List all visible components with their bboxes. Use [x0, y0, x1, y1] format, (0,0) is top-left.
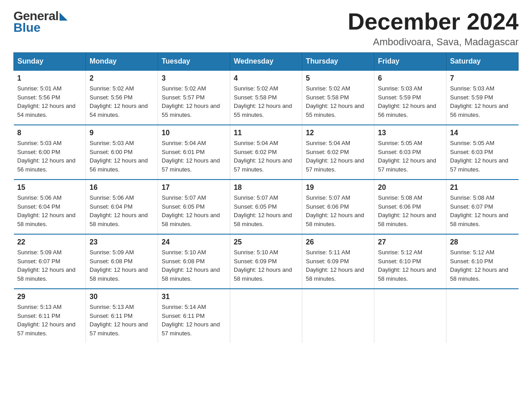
day-info: Sunrise: 5:10 AMSunset: 6:09 PMDaylight:… — [234, 248, 298, 283]
calendar-day-cell: 26Sunrise: 5:11 AMSunset: 6:09 PMDayligh… — [302, 234, 374, 289]
calendar-day-cell: 30Sunrise: 5:13 AMSunset: 6:11 PMDayligh… — [86, 289, 158, 343]
day-number: 31 — [162, 293, 226, 301]
calendar-day-cell: 17Sunrise: 5:07 AMSunset: 6:05 PMDayligh… — [158, 180, 230, 234]
day-number: 14 — [450, 129, 515, 137]
day-number: 21 — [450, 184, 515, 192]
logo-blue-text: Blue — [13, 21, 41, 35]
weekday-saturday: Saturday — [446, 53, 519, 71]
calendar-title: December 2024 — [348, 9, 519, 34]
day-number: 1 — [17, 74, 82, 82]
calendar-day-cell: 31Sunrise: 5:14 AMSunset: 6:11 PMDayligh… — [158, 289, 230, 343]
weekday-monday: Monday — [86, 53, 158, 71]
day-number: 23 — [90, 238, 154, 246]
day-number: 22 — [17, 238, 82, 246]
day-info: Sunrise: 5:05 AMSunset: 6:03 PMDaylight:… — [450, 139, 515, 174]
calendar-body: 1Sunrise: 5:01 AMSunset: 5:56 PMDaylight… — [14, 70, 519, 343]
day-number: 9 — [90, 129, 154, 137]
day-number: 16 — [90, 184, 154, 192]
calendar-day-cell — [374, 289, 446, 343]
day-info: Sunrise: 5:08 AMSunset: 6:06 PMDaylight:… — [378, 193, 442, 228]
calendar-day-cell: 5Sunrise: 5:02 AMSunset: 5:58 PMDaylight… — [302, 70, 374, 125]
calendar-day-cell: 2Sunrise: 5:02 AMSunset: 5:56 PMDaylight… — [86, 70, 158, 125]
calendar-day-cell: 14Sunrise: 5:05 AMSunset: 6:03 PMDayligh… — [446, 125, 519, 180]
day-number: 8 — [17, 129, 82, 137]
day-info: Sunrise: 5:03 AMSunset: 5:59 PMDaylight:… — [450, 84, 515, 119]
weekday-sunday: Sunday — [14, 53, 86, 71]
calendar-week-row: 1Sunrise: 5:01 AMSunset: 5:56 PMDaylight… — [14, 70, 519, 125]
calendar-day-cell: 4Sunrise: 5:02 AMSunset: 5:58 PMDaylight… — [230, 70, 302, 125]
calendar-day-cell: 3Sunrise: 5:02 AMSunset: 5:57 PMDaylight… — [158, 70, 230, 125]
day-info: Sunrise: 5:01 AMSunset: 5:56 PMDaylight:… — [17, 84, 82, 119]
calendar-day-cell — [230, 289, 302, 343]
calendar-day-cell: 27Sunrise: 5:12 AMSunset: 6:10 PMDayligh… — [374, 234, 446, 289]
day-info: Sunrise: 5:07 AMSunset: 6:05 PMDaylight:… — [234, 193, 298, 228]
day-number: 5 — [306, 74, 370, 82]
calendar-title-block: December 2024 Ambodivoara, Sava, Madagas… — [348, 9, 519, 48]
calendar-day-cell: 25Sunrise: 5:10 AMSunset: 6:09 PMDayligh… — [230, 234, 302, 289]
svg-marker-0 — [60, 13, 68, 21]
day-info: Sunrise: 5:13 AMSunset: 6:11 PMDaylight:… — [90, 303, 154, 338]
day-number: 13 — [378, 129, 442, 137]
day-number: 3 — [162, 74, 226, 82]
day-info: Sunrise: 5:09 AMSunset: 6:08 PMDaylight:… — [90, 248, 154, 283]
day-info: Sunrise: 5:12 AMSunset: 6:10 PMDaylight:… — [450, 248, 515, 283]
day-info: Sunrise: 5:06 AMSunset: 6:04 PMDaylight:… — [17, 193, 82, 228]
calendar-subtitle: Ambodivoara, Sava, Madagascar — [348, 36, 519, 48]
calendar-week-row: 29Sunrise: 5:13 AMSunset: 6:11 PMDayligh… — [14, 289, 519, 343]
calendar-day-cell: 13Sunrise: 5:05 AMSunset: 6:03 PMDayligh… — [374, 125, 446, 180]
day-number: 10 — [162, 129, 226, 137]
weekday-thursday: Thursday — [302, 53, 374, 71]
day-info: Sunrise: 5:12 AMSunset: 6:10 PMDaylight:… — [378, 248, 442, 283]
day-info: Sunrise: 5:08 AMSunset: 6:07 PMDaylight:… — [450, 193, 515, 228]
day-number: 11 — [234, 129, 298, 137]
day-number: 2 — [90, 74, 154, 82]
weekday-friday: Friday — [374, 53, 446, 71]
day-info: Sunrise: 5:13 AMSunset: 6:11 PMDaylight:… — [17, 303, 82, 338]
day-info: Sunrise: 5:02 AMSunset: 5:57 PMDaylight:… — [162, 84, 226, 119]
calendar-day-cell: 1Sunrise: 5:01 AMSunset: 5:56 PMDaylight… — [14, 70, 86, 125]
day-info: Sunrise: 5:03 AMSunset: 6:00 PMDaylight:… — [17, 139, 82, 174]
day-number: 18 — [234, 184, 298, 192]
day-number: 29 — [17, 293, 82, 301]
day-number: 7 — [450, 74, 515, 82]
calendar-day-cell: 29Sunrise: 5:13 AMSunset: 6:11 PMDayligh… — [14, 289, 86, 343]
calendar-table: Sunday Monday Tuesday Wednesday Thursday… — [13, 52, 519, 343]
day-info: Sunrise: 5:09 AMSunset: 6:07 PMDaylight:… — [17, 248, 82, 283]
calendar-day-cell: 18Sunrise: 5:07 AMSunset: 6:05 PMDayligh… — [230, 180, 302, 234]
day-info: Sunrise: 5:06 AMSunset: 6:04 PMDaylight:… — [90, 193, 154, 228]
calendar-day-cell: 23Sunrise: 5:09 AMSunset: 6:08 PMDayligh… — [86, 234, 158, 289]
logo-arrow-icon — [60, 13, 68, 21]
calendar-day-cell: 8Sunrise: 5:03 AMSunset: 6:00 PMDaylight… — [14, 125, 86, 180]
calendar-week-row: 8Sunrise: 5:03 AMSunset: 6:00 PMDaylight… — [14, 125, 519, 180]
calendar-day-cell: 9Sunrise: 5:03 AMSunset: 6:00 PMDaylight… — [86, 125, 158, 180]
calendar-day-cell: 6Sunrise: 5:03 AMSunset: 5:59 PMDaylight… — [374, 70, 446, 125]
day-number: 27 — [378, 238, 442, 246]
day-number: 17 — [162, 184, 226, 192]
weekday-wednesday: Wednesday — [230, 53, 302, 71]
weekday-tuesday: Tuesday — [158, 53, 230, 71]
calendar-day-cell: 12Sunrise: 5:04 AMSunset: 6:02 PMDayligh… — [302, 125, 374, 180]
day-number: 19 — [306, 184, 370, 192]
calendar-day-cell: 22Sunrise: 5:09 AMSunset: 6:07 PMDayligh… — [14, 234, 86, 289]
day-info: Sunrise: 5:10 AMSunset: 6:08 PMDaylight:… — [162, 248, 226, 283]
calendar-week-row: 15Sunrise: 5:06 AMSunset: 6:04 PMDayligh… — [14, 180, 519, 234]
day-info: Sunrise: 5:04 AMSunset: 6:01 PMDaylight:… — [162, 139, 226, 174]
day-info: Sunrise: 5:14 AMSunset: 6:11 PMDaylight:… — [162, 303, 226, 338]
day-number: 15 — [17, 184, 82, 192]
day-info: Sunrise: 5:04 AMSunset: 6:02 PMDaylight:… — [234, 139, 298, 174]
calendar-day-cell: 7Sunrise: 5:03 AMSunset: 5:59 PMDaylight… — [446, 70, 519, 125]
day-info: Sunrise: 5:07 AMSunset: 6:05 PMDaylight:… — [162, 193, 226, 228]
calendar-day-cell: 10Sunrise: 5:04 AMSunset: 6:01 PMDayligh… — [158, 125, 230, 180]
weekday-header-row: Sunday Monday Tuesday Wednesday Thursday… — [14, 53, 519, 71]
day-number: 4 — [234, 74, 298, 82]
day-number: 6 — [378, 74, 442, 82]
calendar-day-cell: 28Sunrise: 5:12 AMSunset: 6:10 PMDayligh… — [446, 234, 519, 289]
day-info: Sunrise: 5:03 AMSunset: 5:59 PMDaylight:… — [378, 84, 442, 119]
calendar-day-cell: 19Sunrise: 5:07 AMSunset: 6:06 PMDayligh… — [302, 180, 374, 234]
calendar-week-row: 22Sunrise: 5:09 AMSunset: 6:07 PMDayligh… — [14, 234, 519, 289]
day-info: Sunrise: 5:07 AMSunset: 6:06 PMDaylight:… — [306, 193, 370, 228]
day-number: 26 — [306, 238, 370, 246]
calendar-day-cell: 16Sunrise: 5:06 AMSunset: 6:04 PMDayligh… — [86, 180, 158, 234]
calendar-day-cell: 24Sunrise: 5:10 AMSunset: 6:08 PMDayligh… — [158, 234, 230, 289]
day-info: Sunrise: 5:05 AMSunset: 6:03 PMDaylight:… — [378, 139, 442, 174]
